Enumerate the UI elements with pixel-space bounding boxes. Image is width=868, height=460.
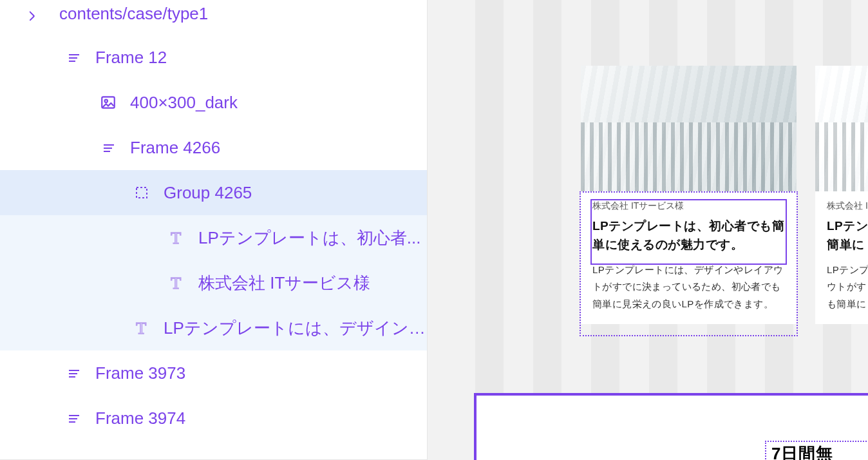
card-company-text: 株式会社 ITサービス様 <box>592 200 785 212</box>
layer-label: Group 4265 <box>164 183 252 203</box>
card-case-study-1[interactable]: 株式会社 ITサービス様 LPテンプレートは、初心者でも簡単に使えるのが魅力です… <box>581 66 797 324</box>
layer-label: Frame 3974 <box>95 408 185 428</box>
text-fragment: も簡単に <box>827 298 867 309</box>
svg-point-5 <box>105 100 108 102</box>
layer-row-text-title[interactable]: T LPテンプレートは、初心者... <box>0 215 427 260</box>
text-icon: T <box>167 274 185 292</box>
layer-row-frame-12[interactable]: Frame 12 <box>0 35 427 80</box>
text-fragment: 簡単に <box>827 238 865 251</box>
design-canvas[interactable]: 株式会社 ITサービス様 LPテンプレートは、初心者でも簡単に使えるのが魅力です… <box>428 0 868 460</box>
layers-panel[interactable]: contents/case/type1 Frame 12 400×300_dar… <box>0 0 428 460</box>
layer-row-image-400x300[interactable]: 400×300_dark <box>0 80 427 125</box>
layer-label: 400×300_dark <box>130 93 238 113</box>
layer-label: 株式会社 ITサービス様 <box>198 272 370 294</box>
card-image <box>815 66 868 191</box>
layer-label: Frame 4266 <box>130 138 220 158</box>
layer-row-contents-case-type1[interactable]: contents/case/type1 <box>0 0 427 35</box>
svg-rect-0 <box>30 12 34 21</box>
card-body: 株式会社 ITサービス様 LPテンプレートは、初心者でも簡単に使えるのが魅力です… <box>581 191 797 324</box>
layer-label: Frame 3973 <box>95 363 185 383</box>
layer-row-text-company[interactable]: T 株式会社 ITサービス様 <box>0 260 427 305</box>
card-description-text: LPテンプレートには、デザインやレイアウトがすでに決まっているため、初心者でも簡… <box>592 262 785 312</box>
card-description-text: LPテンプ ウトがす も簡単に <box>827 262 868 312</box>
layer-row-frame-3973[interactable]: Frame 3973 <box>0 350 427 396</box>
layer-row-frame-4266[interactable]: Frame 4266 <box>0 125 427 170</box>
text-icon: T <box>167 229 185 247</box>
text-fragment: LPテン <box>827 219 868 233</box>
svg-rect-9 <box>137 187 147 198</box>
frame-icon <box>64 364 82 382</box>
cta-headline-text: 7日間無 <box>765 441 868 460</box>
frame-icon <box>64 409 82 427</box>
image-icon <box>99 93 117 111</box>
svg-text:T: T <box>136 320 146 336</box>
grid-column <box>533 0 561 460</box>
layer-row-group-4265[interactable]: Group 4265 <box>0 170 427 215</box>
layer-row-frame-3974[interactable]: Frame 3974 <box>0 396 427 441</box>
group-icon <box>133 184 151 202</box>
layer-row-text-desc[interactable]: T LPテンプレートには、デザインや... <box>0 305 427 350</box>
frame-icon <box>64 48 82 66</box>
card-case-study-2[interactable]: 株式会社 ITサ LPテン 簡単に LPテンプ ウトがす も簡単に <box>815 66 868 324</box>
grid-column <box>475 0 504 460</box>
text-icon: T <box>133 319 151 337</box>
card-title-text: LPテンプレートは、初心者でも簡単に使えるのが魅力です。 <box>592 217 785 254</box>
layer-label: LPテンプレートは、初心者... <box>198 227 420 249</box>
card-title-text: LPテン 簡単に <box>827 217 868 254</box>
text-fragment: LPテンプ <box>827 264 868 275</box>
card-image <box>581 66 797 191</box>
svg-text:T: T <box>171 229 181 246</box>
text-fragment: 7日間無 <box>771 443 833 461</box>
card-body: 株式会社 ITサ LPテン 簡単に LPテンプ ウトがす も簡単に <box>815 191 868 324</box>
card-company-text: 株式会社 ITサ <box>827 200 868 212</box>
layer-label: contents/case/type1 <box>59 4 208 24</box>
svg-text:T: T <box>171 274 181 291</box>
layer-label: LPテンプレートには、デザインや... <box>164 317 427 340</box>
text-fragment: ウトがす <box>827 281 867 292</box>
frame-icon <box>99 139 117 157</box>
component-icon <box>28 4 46 22</box>
layer-label: Frame 12 <box>95 48 167 68</box>
